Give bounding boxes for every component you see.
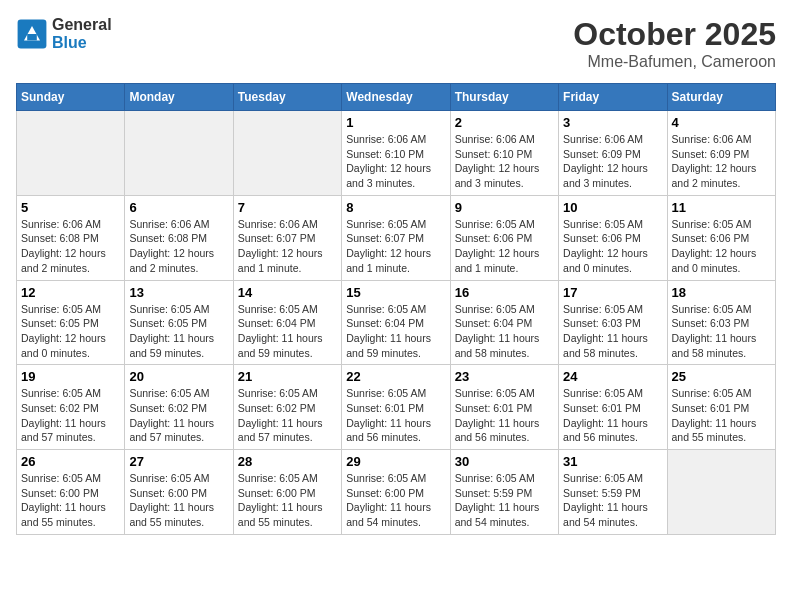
calendar-cell: 7Sunrise: 6:06 AM Sunset: 6:07 PM Daylig… bbox=[233, 195, 341, 280]
day-number: 9 bbox=[455, 200, 554, 215]
calendar-week-row: 1Sunrise: 6:06 AM Sunset: 6:10 PM Daylig… bbox=[17, 111, 776, 196]
day-number: 28 bbox=[238, 454, 337, 469]
logo-icon bbox=[16, 18, 48, 50]
weekday-header: Monday bbox=[125, 84, 233, 111]
calendar-cell: 6Sunrise: 6:06 AM Sunset: 6:08 PM Daylig… bbox=[125, 195, 233, 280]
day-info: Sunrise: 6:06 AM Sunset: 6:10 PM Dayligh… bbox=[346, 132, 445, 191]
calendar-cell: 20Sunrise: 6:05 AM Sunset: 6:02 PM Dayli… bbox=[125, 365, 233, 450]
weekday-header: Wednesday bbox=[342, 84, 450, 111]
day-number: 31 bbox=[563, 454, 662, 469]
calendar-cell: 15Sunrise: 6:05 AM Sunset: 6:04 PM Dayli… bbox=[342, 280, 450, 365]
day-number: 19 bbox=[21, 369, 120, 384]
day-info: Sunrise: 6:05 AM Sunset: 6:02 PM Dayligh… bbox=[21, 386, 120, 445]
day-number: 1 bbox=[346, 115, 445, 130]
day-number: 18 bbox=[672, 285, 771, 300]
day-info: Sunrise: 6:05 AM Sunset: 6:04 PM Dayligh… bbox=[238, 302, 337, 361]
logo: General Blue bbox=[16, 16, 112, 52]
calendar-cell: 3Sunrise: 6:06 AM Sunset: 6:09 PM Daylig… bbox=[559, 111, 667, 196]
day-number: 25 bbox=[672, 369, 771, 384]
day-number: 15 bbox=[346, 285, 445, 300]
day-info: Sunrise: 6:05 AM Sunset: 6:05 PM Dayligh… bbox=[129, 302, 228, 361]
calendar-cell bbox=[233, 111, 341, 196]
day-number: 11 bbox=[672, 200, 771, 215]
day-number: 29 bbox=[346, 454, 445, 469]
day-info: Sunrise: 6:05 AM Sunset: 6:01 PM Dayligh… bbox=[455, 386, 554, 445]
calendar-cell: 9Sunrise: 6:05 AM Sunset: 6:06 PM Daylig… bbox=[450, 195, 558, 280]
calendar-cell: 29Sunrise: 6:05 AM Sunset: 6:00 PM Dayli… bbox=[342, 450, 450, 535]
calendar-cell: 12Sunrise: 6:05 AM Sunset: 6:05 PM Dayli… bbox=[17, 280, 125, 365]
day-number: 7 bbox=[238, 200, 337, 215]
svg-rect-2 bbox=[27, 34, 37, 40]
day-number: 16 bbox=[455, 285, 554, 300]
day-info: Sunrise: 6:06 AM Sunset: 6:09 PM Dayligh… bbox=[672, 132, 771, 191]
calendar-cell: 28Sunrise: 6:05 AM Sunset: 6:00 PM Dayli… bbox=[233, 450, 341, 535]
header: General Blue October 2025 Mme-Bafumen, C… bbox=[16, 16, 776, 71]
weekday-header: Saturday bbox=[667, 84, 775, 111]
day-info: Sunrise: 6:05 AM Sunset: 6:01 PM Dayligh… bbox=[346, 386, 445, 445]
day-number: 8 bbox=[346, 200, 445, 215]
calendar-cell: 24Sunrise: 6:05 AM Sunset: 6:01 PM Dayli… bbox=[559, 365, 667, 450]
day-number: 22 bbox=[346, 369, 445, 384]
day-number: 26 bbox=[21, 454, 120, 469]
day-info: Sunrise: 6:05 AM Sunset: 6:04 PM Dayligh… bbox=[455, 302, 554, 361]
calendar-cell: 14Sunrise: 6:05 AM Sunset: 6:04 PM Dayli… bbox=[233, 280, 341, 365]
day-info: Sunrise: 6:05 AM Sunset: 6:01 PM Dayligh… bbox=[563, 386, 662, 445]
day-number: 4 bbox=[672, 115, 771, 130]
day-info: Sunrise: 6:05 AM Sunset: 6:02 PM Dayligh… bbox=[129, 386, 228, 445]
day-info: Sunrise: 6:05 AM Sunset: 6:03 PM Dayligh… bbox=[563, 302, 662, 361]
day-info: Sunrise: 6:05 AM Sunset: 6:04 PM Dayligh… bbox=[346, 302, 445, 361]
day-info: Sunrise: 6:05 AM Sunset: 6:00 PM Dayligh… bbox=[346, 471, 445, 530]
day-number: 27 bbox=[129, 454, 228, 469]
weekday-header: Thursday bbox=[450, 84, 558, 111]
calendar-cell: 22Sunrise: 6:05 AM Sunset: 6:01 PM Dayli… bbox=[342, 365, 450, 450]
day-info: Sunrise: 6:05 AM Sunset: 6:03 PM Dayligh… bbox=[672, 302, 771, 361]
day-info: Sunrise: 6:05 AM Sunset: 6:06 PM Dayligh… bbox=[672, 217, 771, 276]
day-info: Sunrise: 6:06 AM Sunset: 6:09 PM Dayligh… bbox=[563, 132, 662, 191]
calendar-cell: 16Sunrise: 6:05 AM Sunset: 6:04 PM Dayli… bbox=[450, 280, 558, 365]
day-number: 24 bbox=[563, 369, 662, 384]
day-number: 13 bbox=[129, 285, 228, 300]
calendar-cell: 19Sunrise: 6:05 AM Sunset: 6:02 PM Dayli… bbox=[17, 365, 125, 450]
month-title: October 2025 bbox=[573, 16, 776, 53]
day-number: 14 bbox=[238, 285, 337, 300]
day-info: Sunrise: 6:06 AM Sunset: 6:08 PM Dayligh… bbox=[21, 217, 120, 276]
calendar-cell: 21Sunrise: 6:05 AM Sunset: 6:02 PM Dayli… bbox=[233, 365, 341, 450]
day-number: 21 bbox=[238, 369, 337, 384]
day-info: Sunrise: 6:06 AM Sunset: 6:08 PM Dayligh… bbox=[129, 217, 228, 276]
calendar-cell: 8Sunrise: 6:05 AM Sunset: 6:07 PM Daylig… bbox=[342, 195, 450, 280]
calendar-cell bbox=[17, 111, 125, 196]
location-title: Mme-Bafumen, Cameroon bbox=[573, 53, 776, 71]
calendar-cell: 13Sunrise: 6:05 AM Sunset: 6:05 PM Dayli… bbox=[125, 280, 233, 365]
day-number: 23 bbox=[455, 369, 554, 384]
day-number: 6 bbox=[129, 200, 228, 215]
calendar-week-row: 12Sunrise: 6:05 AM Sunset: 6:05 PM Dayli… bbox=[17, 280, 776, 365]
day-number: 10 bbox=[563, 200, 662, 215]
logo-text: General Blue bbox=[52, 16, 112, 52]
day-info: Sunrise: 6:06 AM Sunset: 6:10 PM Dayligh… bbox=[455, 132, 554, 191]
calendar-week-row: 26Sunrise: 6:05 AM Sunset: 6:00 PM Dayli… bbox=[17, 450, 776, 535]
title-area: October 2025 Mme-Bafumen, Cameroon bbox=[573, 16, 776, 71]
calendar: SundayMondayTuesdayWednesdayThursdayFrid… bbox=[16, 83, 776, 535]
calendar-cell: 2Sunrise: 6:06 AM Sunset: 6:10 PM Daylig… bbox=[450, 111, 558, 196]
calendar-cell: 18Sunrise: 6:05 AM Sunset: 6:03 PM Dayli… bbox=[667, 280, 775, 365]
calendar-week-row: 19Sunrise: 6:05 AM Sunset: 6:02 PM Dayli… bbox=[17, 365, 776, 450]
calendar-cell: 30Sunrise: 6:05 AM Sunset: 5:59 PM Dayli… bbox=[450, 450, 558, 535]
day-number: 17 bbox=[563, 285, 662, 300]
day-info: Sunrise: 6:05 AM Sunset: 6:02 PM Dayligh… bbox=[238, 386, 337, 445]
calendar-cell: 10Sunrise: 6:05 AM Sunset: 6:06 PM Dayli… bbox=[559, 195, 667, 280]
day-info: Sunrise: 6:06 AM Sunset: 6:07 PM Dayligh… bbox=[238, 217, 337, 276]
day-info: Sunrise: 6:05 AM Sunset: 5:59 PM Dayligh… bbox=[563, 471, 662, 530]
day-info: Sunrise: 6:05 AM Sunset: 6:00 PM Dayligh… bbox=[21, 471, 120, 530]
calendar-cell bbox=[125, 111, 233, 196]
calendar-cell: 31Sunrise: 6:05 AM Sunset: 5:59 PM Dayli… bbox=[559, 450, 667, 535]
day-info: Sunrise: 6:05 AM Sunset: 6:06 PM Dayligh… bbox=[455, 217, 554, 276]
calendar-cell: 25Sunrise: 6:05 AM Sunset: 6:01 PM Dayli… bbox=[667, 365, 775, 450]
day-info: Sunrise: 6:05 AM Sunset: 5:59 PM Dayligh… bbox=[455, 471, 554, 530]
day-info: Sunrise: 6:05 AM Sunset: 6:01 PM Dayligh… bbox=[672, 386, 771, 445]
calendar-cell bbox=[667, 450, 775, 535]
day-number: 3 bbox=[563, 115, 662, 130]
calendar-cell: 1Sunrise: 6:06 AM Sunset: 6:10 PM Daylig… bbox=[342, 111, 450, 196]
day-number: 2 bbox=[455, 115, 554, 130]
day-number: 30 bbox=[455, 454, 554, 469]
day-info: Sunrise: 6:05 AM Sunset: 6:00 PM Dayligh… bbox=[129, 471, 228, 530]
